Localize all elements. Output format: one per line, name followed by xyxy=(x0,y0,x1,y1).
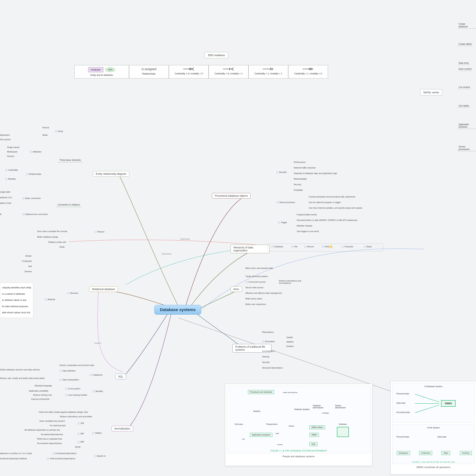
optional-conversion[interactable]: Optional max conversion xyxy=(22,213,48,216)
attr-single[interactable]: Single valued xyxy=(7,146,19,148)
mysql-create-db[interactable]: Create database xyxy=(458,22,476,28)
aims-3[interactable]: Concurrent access xyxy=(245,281,266,283)
aims-6: Make query easier xyxy=(245,298,262,300)
hier-database[interactable]: Database xyxy=(272,245,283,248)
erd-card-10[interactable]: Cardinality = 1, modality = 0 xyxy=(288,65,328,78)
hier-field[interactable]: Field xyxy=(322,245,332,248)
dept-accounting: Accounting dept. xyxy=(396,411,410,413)
norm-fully-func[interactable]: Fully functional dependancy xyxy=(47,458,75,460)
proc-benefits[interactable]: Benefits xyxy=(276,171,287,173)
mysql-data-entry[interactable]: Data entry xyxy=(458,61,470,65)
proc-stored[interactable]: Stored procedure xyxy=(276,201,295,204)
attribute-label[interactable]: Attribute xyxy=(45,298,55,301)
mysql-save-content[interactable]: Save content xyxy=(458,67,473,71)
dept-sales: Sales dept. xyxy=(396,402,406,404)
mysql-syntax-node[interactable]: MySQL syntax xyxy=(420,89,442,95)
dbms-box: DBMS xyxy=(441,400,456,407)
attr-composite[interactable]: Composite xyxy=(22,260,32,262)
sql-less-training[interactable]: Less training needed xyxy=(65,394,87,396)
norm-func-dep[interactable]: Functional dependancy xyxy=(52,452,77,455)
norm-2nf[interactable]: 2NF xyxy=(77,432,84,435)
proc-net: Network traffic reduction xyxy=(294,167,316,169)
hier-file[interactable]: File xyxy=(291,245,298,248)
erd-rel-caption: Relationships xyxy=(132,72,166,75)
attr-simple[interactable]: Simple xyxy=(25,255,32,257)
prob-structural: Structural dependance xyxy=(262,367,283,369)
mysql-create-tables[interactable]: Create tables xyxy=(458,42,473,46)
sql-cross-system[interactable]: Cross system xyxy=(65,388,81,390)
hierarchy-node[interactable]: Hierarchy of data organization xyxy=(231,245,270,253)
file-dept-sales: Sales dept. xyxy=(437,436,447,438)
erd-card-n0[interactable]: Cardinality = N, modality = 0 xyxy=(169,65,209,78)
aims-node[interactable]: Aims xyxy=(231,286,242,292)
mysql-list-content[interactable]: List content xyxy=(458,85,471,89)
prob-deletion: Deletion xyxy=(286,345,294,347)
prob-sharing: Sharing xyxy=(262,356,269,358)
relation-entity-set[interactable]: Relation (entity set) xyxy=(48,241,66,243)
mysql-stored-proc[interactable]: Stored procedures xyxy=(458,145,476,151)
mysql-join-tables[interactable]: Join tables xyxy=(458,104,470,108)
dbms-figure: A Database System Personnel dept. Sales … xyxy=(391,381,476,475)
relational-db-node[interactable]: Relational database xyxy=(89,286,118,292)
normalization-node[interactable]: Normalization xyxy=(112,426,133,431)
entity-leaf[interactable]: Entity xyxy=(60,246,65,248)
sql-data-def[interactable]: Data definition xyxy=(60,370,75,372)
attr-null[interactable]: Null xyxy=(28,265,32,267)
erd-card-n1-caption: Cardinality = N, modality = 1 xyxy=(212,72,245,75)
hier-character[interactable]: Character xyxy=(341,245,353,248)
erd-notations-node[interactable]: ERD notations xyxy=(204,52,228,58)
prob-anomalies[interactable]: Anomalies xyxy=(262,340,275,343)
attributes-label[interactable]: Attributes xyxy=(30,151,41,153)
sql-data-manip[interactable]: Data manipulation xyxy=(60,379,79,381)
reason-label[interactable]: Reason xyxy=(94,231,104,233)
norm-bcnf[interactable]: BCNF xyxy=(75,446,81,448)
erd-card-11[interactable]: Cardinality = 1, modality = 1 xyxy=(248,65,288,78)
conversion-relations[interactable]: Convertion to relations xyxy=(56,203,82,207)
norm-3nf[interactable]: 3NF xyxy=(77,441,84,443)
basic-conversion[interactable]: Basic conversion xyxy=(22,197,41,200)
sql-categories[interactable]: Categories xyxy=(90,374,102,376)
norm-1nf[interactable]: 1NF xyxy=(77,422,84,425)
entity-weak[interactable]: Weak xyxy=(42,134,48,136)
rel-cardinality[interactable]: Cardinality xyxy=(5,169,18,171)
sql-node[interactable]: SQL xyxy=(115,374,126,379)
procedural-node[interactable]: Procedural database objects xyxy=(212,193,251,199)
svg-line-5 xyxy=(231,68,234,69)
entity-label[interactable]: Entity xyxy=(55,130,63,133)
svg-line-1 xyxy=(191,68,194,69)
note-icon[interactable] xyxy=(330,245,332,248)
fig-designs: designs xyxy=(289,425,294,427)
relationships-label[interactable]: Relationships xyxy=(26,173,41,175)
attr-derived2[interactable]: Derived xyxy=(25,270,32,272)
er-diagram-node[interactable]: Entity relationship diagram xyxy=(93,171,129,177)
fig-db-designer: Database designer xyxy=(294,408,310,410)
norm-based-on[interactable]: Based on xyxy=(94,455,106,457)
hier-record[interactable]: Record xyxy=(304,245,314,248)
sql-std-lang: Standard language xyxy=(34,385,52,387)
rel-modelity[interactable]: Modelity xyxy=(5,178,16,180)
erd-entity-caption: Entity and its attributes xyxy=(78,74,126,76)
hier-bytes[interactable]: Bytes xyxy=(364,245,372,248)
proc-trigger[interactable]: Trigger xyxy=(278,221,287,224)
entity-normal[interactable]: Normal xyxy=(42,126,49,129)
dbms-caption: DBMS coordinate all operations xyxy=(392,466,474,469)
fig-end-users: End users xyxy=(235,423,243,425)
mysql-aggregate[interactable]: Aggregate functions xyxy=(458,123,476,129)
erd-entity-cell[interactable]: employee SSN Entity and its attributes xyxy=(74,65,129,78)
erd-relationship-cell[interactable]: is assigned Relationships xyxy=(129,65,169,78)
erd-card-n1[interactable]: Cardinality = N, modality = 1 xyxy=(209,65,248,78)
structure-label[interactable]: Structure xyxy=(67,292,78,294)
reason-users: Give users a simplier file concept xyxy=(37,230,67,232)
central-topic[interactable]: Database systems xyxy=(154,305,201,315)
attr-multi[interactable]: Multivalued xyxy=(7,151,17,153)
fig-data: Data xyxy=(309,442,317,446)
fig-access: access xyxy=(277,444,283,445)
sql-benefits[interactable]: Benefits xyxy=(93,390,103,392)
three-basic-elements[interactable]: Three basic elements xyxy=(58,158,83,162)
attr-derived[interactable]: Derived xyxy=(7,155,14,157)
file-employees: Employees xyxy=(397,451,410,455)
norm-2nf-2: No partial dependancies xyxy=(41,433,63,435)
fig-sys-admin: System administrator xyxy=(335,405,350,409)
norm-stages[interactable]: Stages xyxy=(92,432,102,434)
aims-5: Effective and efficient data management xyxy=(245,292,282,294)
